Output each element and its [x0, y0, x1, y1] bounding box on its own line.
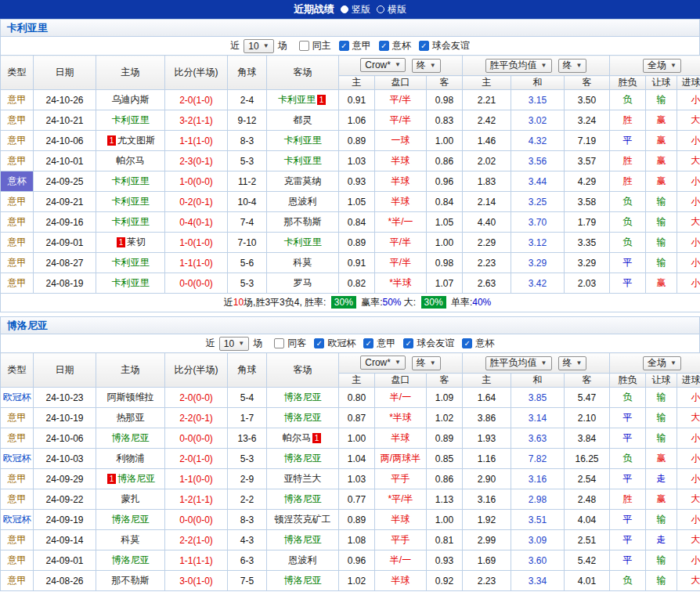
date-cell: 24-10-23 [34, 388, 96, 408]
filter-checkbox[interactable]: ✓欧冠杯 [314, 337, 355, 350]
result-goals: 小 [677, 388, 700, 408]
filter-checkbox[interactable]: 同主 [299, 39, 331, 52]
europe-home-odds: 2.99 [463, 530, 511, 550]
date-cell: 24-08-26 [34, 571, 96, 591]
date-cell: 24-10-06 [34, 131, 96, 151]
checkbox-checked-icon[interactable]: ✓ [314, 338, 324, 348]
league-cell: 意甲 [1, 192, 34, 212]
europe-home-odds: 2.23 [463, 253, 511, 273]
recent-count-select[interactable]: 10▼ [244, 39, 273, 53]
asian-home-odds: 0.84 [339, 212, 375, 233]
team-section-bologna: 博洛尼亚 近 10▼ 场 同客✓欧冠杯✓意甲✓球会友谊✓意杯 类型 日期 主场 … [0, 316, 700, 591]
odds-source-select[interactable]: Crow*▼ [360, 356, 406, 370]
home-team-cell: 卡利亚里 [96, 171, 165, 192]
team-name: 博洛尼亚 [112, 554, 150, 565]
asian-home-odds: 0.96 [339, 550, 375, 571]
result-handicap: 输 [646, 192, 677, 212]
chevron-down-icon: ▼ [541, 360, 547, 366]
filter-checkbox[interactable]: ✓球会友谊 [403, 337, 454, 350]
red-card-badge: 1 [317, 95, 326, 105]
home-team-cell: 卡利亚里 [96, 273, 165, 294]
asian-home-odds: 0.77 [339, 489, 375, 510]
team-name: 亚特兰大 [284, 473, 322, 484]
result-handicap: 输 [646, 388, 677, 408]
asian-handicap: 平/半 [375, 90, 427, 110]
radio-unselected-icon[interactable] [377, 5, 384, 13]
sub-header-asian-home: 主 [339, 374, 375, 388]
europe-final-select[interactable]: 终▼ [558, 356, 587, 370]
checkbox-label: 同客 [287, 337, 306, 350]
date-cell: 24-09-19 [34, 510, 96, 530]
recent-count-select[interactable]: 10▼ [219, 337, 249, 351]
team-name: 恩波利 [289, 554, 317, 565]
asian-handicap: *半球 [375, 273, 427, 294]
checkbox-checked-icon[interactable]: ✓ [403, 338, 413, 348]
odds-final-select[interactable]: 终▼ [412, 356, 441, 370]
corners-cell: 13-6 [228, 428, 267, 449]
checkbox-checked-icon[interactable]: ✓ [419, 41, 429, 51]
team-section-cagliari: 卡利亚里 近 10▼ 场 同主✓意甲✓意杯✓球会友谊 类型 日期 主场 比分(半… [0, 19, 700, 312]
league-cell: 意甲 [1, 151, 34, 171]
home-team-cell: 卡利亚里 [96, 212, 165, 233]
league-cell: 意甲 [1, 571, 34, 591]
league-cell: 意甲 [1, 273, 34, 294]
checkbox-unchecked-icon[interactable] [274, 338, 284, 348]
home-team-cell: 卡利亚里 [96, 192, 165, 212]
team-name: 科莫 [121, 534, 140, 545]
odds-final-select[interactable]: 终▼ [412, 59, 441, 73]
away-team-cell: 博洛尼亚 [267, 571, 339, 591]
select-value: Crow* [365, 357, 391, 368]
filter-checkbox[interactable]: ✓意杯 [379, 39, 411, 52]
team-name: 博洛尼亚 [284, 575, 322, 586]
radio-vertical-layout[interactable]: 竖版 [341, 3, 370, 16]
europe-home-odds: 1.83 [463, 171, 511, 192]
red-card-badge: 1 [107, 474, 116, 484]
odds-source-select[interactable]: Crow*▼ [360, 58, 406, 72]
europe-away-odds: 3.57 [565, 151, 610, 171]
checkbox-checked-icon[interactable]: ✓ [379, 41, 389, 51]
result-handicap: 输 [646, 510, 677, 530]
filter-checkbox[interactable]: ✓意甲 [363, 337, 395, 350]
asian-away-odds: 0.92 [427, 571, 463, 591]
filter-checkbox[interactable]: 同客 [274, 337, 306, 350]
checkbox-checked-icon[interactable]: ✓ [462, 338, 472, 348]
matches-table: 类型 日期 主场 比分(半场) 角球 客场 Crow*▼终▼ 胜平负均值▼终▼ … [0, 352, 700, 591]
europe-final-select[interactable]: 终▼ [558, 59, 587, 73]
checkbox-checked-icon[interactable]: ✓ [339, 41, 349, 51]
radio-horizontal-layout[interactable]: 横版 [377, 3, 406, 16]
sub-header-handicap: 盘口 [375, 374, 427, 388]
europe-avg-select[interactable]: 胜平负均值▼ [485, 59, 552, 73]
date-cell: 24-10-19 [34, 408, 96, 428]
league-cell: 意甲 [1, 233, 34, 253]
match-row: 欧冠杯24-10-23阿斯顿维拉2-0(0-0)5-4博洛尼亚0.80半/一1.… [1, 388, 700, 408]
result-handicap: 输 [646, 90, 677, 110]
checkbox-checked-icon[interactable]: ✓ [363, 338, 373, 348]
filter-checkbox[interactable]: ✓球会友谊 [419, 39, 470, 52]
filter-checkbox[interactable]: ✓意杯 [462, 337, 494, 350]
checkbox-unchecked-icon[interactable] [299, 41, 309, 51]
result-group-header: 全场▼ [610, 56, 700, 76]
radio-selected-icon[interactable] [341, 5, 348, 13]
result-goals: 小 [677, 233, 700, 253]
asian-home-odds: 1.00 [339, 428, 375, 449]
recent-label: 近 [206, 337, 215, 350]
result-winloss: 平 [610, 510, 646, 530]
europe-home-odds: 2.23 [463, 571, 511, 591]
scope-select[interactable]: 全场▼ [643, 356, 681, 370]
match-row: 意甲24-08-26那不勒斯3-0(1-0)7-5博洛尼亚1.02半球0.922… [1, 571, 700, 591]
europe-draw-odds: 3.56 [511, 151, 565, 171]
filter-checkbox[interactable]: ✓意甲 [339, 39, 371, 52]
match-row: 意甲24-10-061尤文图斯1-1(1-0)8-3卡利亚里0.89一球1.00… [1, 131, 700, 151]
asian-home-odds: 0.89 [339, 131, 375, 151]
away-team-cell: 帕尔马1 [267, 428, 339, 449]
sub-header-winloss: 胜负 [610, 374, 646, 388]
red-card-badge: 1 [312, 433, 321, 443]
asian-away-odds: 0.84 [427, 192, 463, 212]
match-row: 意甲24-09-291博洛尼亚1-1(0-0)2-9亚特兰大1.03平手0.86… [1, 469, 700, 489]
match-row: 意甲24-10-19热那亚2-2(0-1)1-7博洛尼亚0.87*半球1.023… [1, 408, 700, 428]
europe-draw-odds: 3.44 [511, 171, 565, 192]
europe-avg-select[interactable]: 胜平负均值▼ [485, 356, 552, 370]
result-winloss: 胜 [610, 151, 646, 171]
scope-select[interactable]: 全场▼ [643, 59, 681, 73]
score-cell: 0-2(0-1) [165, 192, 228, 212]
